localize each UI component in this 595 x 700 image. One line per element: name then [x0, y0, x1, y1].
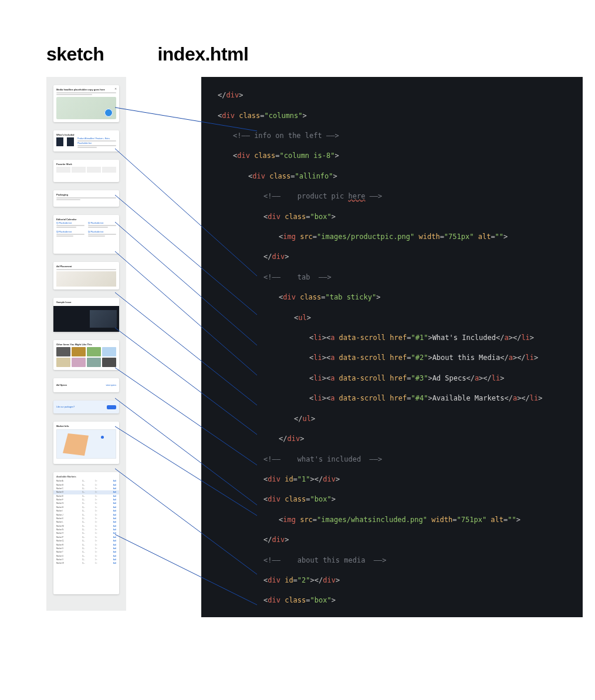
product-image-placeholder — [56, 97, 116, 119]
card-title: Other Items You Might Like This — [56, 343, 116, 346]
card-title: Sample Issue — [53, 298, 119, 305]
card-title: Market Info — [56, 425, 116, 428]
code-editor[interactable]: </div> <div class="columns"> <!—— info o… — [201, 77, 583, 617]
promo-text: Like our packages? — [56, 406, 75, 408]
sketch-card-favorite: Favorite Work — [53, 160, 119, 182]
sketch-card-ad-specs: Ad Specs view specs — [53, 378, 119, 392]
close-icon: ✕ — [114, 87, 117, 90]
market-map — [56, 429, 116, 459]
heading-sketch: sketch — [46, 43, 104, 65]
product-thumb — [67, 137, 74, 146]
heading-indexhtml: index.html — [157, 43, 248, 65]
sketch-card-product: ✕ Media headline placeholder copy goes h… — [53, 85, 119, 122]
sketch-card-other-items: Other Items You Might Like This — [53, 340, 119, 370]
sketch-artboard-column: ✕ Media headline placeholder copy goes h… — [46, 77, 126, 611]
sketch-card-whats-included: What's Included Product A headline / Fea… — [53, 130, 119, 152]
card-title: Ad Specs — [56, 383, 67, 386]
sketch-card-market-info: Market Info — [53, 422, 119, 464]
sample-viewer-dark — [53, 306, 119, 332]
sketch-card-adplacement-group: Editorial Calendar Q1 Placeholder text Q… — [53, 215, 119, 254]
table-row: Market W$—1×Add — [56, 561, 116, 565]
adspecs-link: view specs — [106, 384, 116, 386]
sample-page — [90, 310, 117, 328]
card-title: Ad Placement — [56, 265, 116, 268]
card-title: Packaging — [56, 193, 116, 196]
column-headings: sketch index.html — [46, 43, 248, 65]
card-title: Favorite Work — [56, 163, 116, 166]
included-subtitle: Product A headline / Feature + Extra — [77, 137, 116, 140]
sketch-card-available-markets: Available Markets Market A$—1×AddMarket … — [53, 472, 119, 594]
available-markets-rows: Market A$—1×AddMarket B$—1×AddMarket C$—… — [56, 479, 116, 566]
adplacement-image — [56, 271, 116, 287]
map-pin-icon — [101, 436, 104, 439]
card-title: What's Included — [56, 133, 116, 136]
promo-button — [107, 405, 116, 409]
included-subtitle: Placeholder line — [77, 142, 116, 144]
sketch-card-promo: Like our packages? — [53, 401, 119, 413]
sketch-card-adplacement: Ad Placement — [53, 262, 119, 290]
sketch-card-sample: Sample Issue — [53, 298, 119, 332]
product-thumb — [56, 137, 63, 146]
sketch-card-packaging: Packaging — [53, 190, 119, 207]
product-headline: Media headline placeholder copy goes her… — [56, 88, 116, 91]
card-title: Editorial Calendar — [56, 218, 116, 221]
card-title: Available Markets — [56, 475, 116, 478]
